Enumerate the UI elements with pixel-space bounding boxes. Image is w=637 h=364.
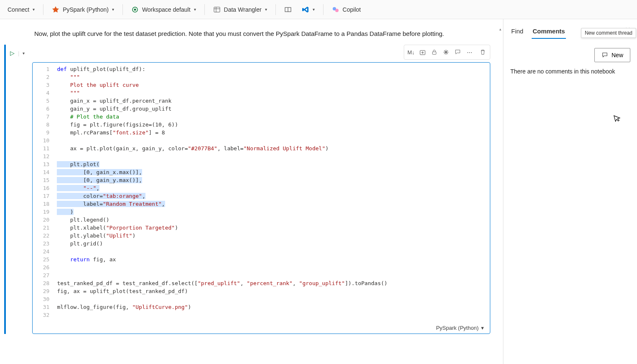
svg-rect-2: [214, 7, 220, 12]
vscode-button[interactable]: ▾: [298, 3, 319, 16]
empty-state: There are no comments in this notebook: [510, 68, 630, 75]
code-line[interactable]: [57, 295, 485, 303]
code-line[interactable]: plt.xlabel("Porportion Targeted"): [57, 224, 485, 232]
code-line[interactable]: return fig, ax: [57, 255, 485, 263]
table-icon: [213, 6, 221, 13]
add-cell-button[interactable]: [417, 47, 428, 58]
code-line[interactable]: plt.ylabel("Uplift"): [57, 232, 485, 240]
code-line[interactable]: gain_x = uplift_df.percent_rank: [57, 97, 485, 105]
code-line[interactable]: plt.grid(): [57, 240, 485, 248]
spark-icon: [52, 6, 59, 13]
code-line[interactable]: def uplift_plot(uplift_df):: [57, 65, 485, 73]
code-line[interactable]: Plot the uplift curve: [57, 81, 485, 89]
code-line[interactable]: [57, 311, 485, 319]
delete-button[interactable]: [477, 47, 488, 58]
code-line[interactable]: label="Random Treatment",: [57, 200, 485, 208]
code-line[interactable]: [0, gain_x.max()],: [57, 168, 485, 176]
language-picker[interactable]: PySpark (Python) ▾: [33, 321, 490, 334]
chevron-down-icon: ▾: [481, 325, 484, 331]
comment-button[interactable]: [452, 47, 463, 58]
separator: [43, 4, 43, 15]
separator: [275, 4, 276, 15]
top-toolbar: Connect ▾ PySpark (Python) ▾ Workspace d…: [0, 0, 637, 19]
copilot-button[interactable]: Copilot: [328, 3, 365, 16]
code-line[interactable]: fig, ax = uplift_plot(test_ranked_pd_df): [57, 287, 485, 295]
more-button[interactable]: ⋯: [464, 47, 475, 58]
layout-icon: [284, 6, 292, 13]
tab-find[interactable]: Find: [510, 26, 524, 39]
cell-menu-button[interactable]: ▾: [23, 51, 25, 56]
svg-point-8: [335, 9, 339, 12]
vscode-icon: [302, 6, 309, 13]
new-comment-button[interactable]: New: [594, 48, 630, 62]
separator: [323, 4, 324, 15]
code-line[interactable]: """: [57, 89, 485, 97]
code-line[interactable]: plt.plot(: [57, 160, 485, 168]
notebook-content: ▲ Now, plot the uplift curve for the tes…: [0, 19, 503, 364]
chevron-down-icon: ▾: [313, 7, 315, 12]
chevron-down-icon: ▾: [112, 7, 114, 12]
code-editor[interactable]: def uplift_plot(uplift_df): """ Plot the…: [55, 63, 490, 321]
convert-markdown-button[interactable]: M↓: [406, 49, 416, 56]
separator: [204, 4, 205, 15]
freeze-button[interactable]: [441, 47, 451, 58]
separator: [122, 4, 123, 15]
data-wrangler-button[interactable]: Data Wrangler ▾: [209, 3, 271, 16]
copilot-label: Copilot: [343, 6, 361, 13]
code-line[interactable]: "--",: [57, 184, 485, 192]
chevron-down-icon: ▾: [33, 7, 35, 12]
connect-button[interactable]: Connect ▾: [3, 4, 39, 15]
svg-rect-12: [433, 52, 436, 54]
comments-panel: ✕ Find Comments New comment thread New T…: [503, 19, 637, 364]
wrangler-label: Data Wrangler: [224, 6, 262, 13]
code-line[interactable]: [0, gain_y.max()],: [57, 176, 485, 184]
language-label: PySpark (Python): [436, 325, 479, 331]
workspace-button[interactable]: Workspace default ▾: [127, 3, 200, 16]
line-gutter: 1234567891011121314151617181920212223242…: [33, 63, 55, 321]
workspace-icon: [131, 6, 139, 13]
code-line[interactable]: mpl.rcParams["font.size"] = 8: [57, 129, 485, 136]
active-cell-indicator: [4, 45, 6, 334]
scroll-up-indicator[interactable]: ▲: [499, 28, 502, 31]
run-cell-button[interactable]: ▷: [10, 50, 15, 56]
code-line[interactable]: test_ranked_pd_df = test_ranked_df.selec…: [57, 279, 485, 287]
code-line[interactable]: [57, 248, 485, 255]
code-line[interactable]: mlflow.log_figure(fig, "UpliftCurve.png"…: [57, 303, 485, 311]
code-cell[interactable]: 1234567891011121314151617181920212223242…: [32, 62, 490, 334]
cell-toolbar: M↓ ⋯: [404, 45, 490, 60]
code-line[interactable]: fig = plt.figure(figsize=(10, 6)): [57, 121, 485, 129]
cursor-icon: [613, 113, 622, 124]
chevron-down-icon: ▾: [265, 7, 267, 12]
workspace-label: Workspace default: [142, 6, 191, 13]
markdown-text: Now, plot the uplift curve for the test …: [4, 27, 490, 45]
code-line[interactable]: color="tab:orange",: [57, 192, 485, 200]
code-line[interactable]: [57, 152, 485, 160]
lock-button[interactable]: [429, 47, 440, 58]
chevron-down-icon: ▾: [194, 7, 196, 12]
kernel-button[interactable]: PySpark (Python) ▾: [48, 3, 118, 16]
code-line[interactable]: ): [57, 208, 485, 216]
tab-comments[interactable]: Comments: [532, 26, 566, 39]
tooltip: New comment thread: [581, 28, 636, 38]
code-line[interactable]: gain_y = uplift_df.group_uplift: [57, 105, 485, 113]
code-line[interactable]: [57, 136, 485, 144]
code-line[interactable]: plt.legend(): [57, 216, 485, 224]
kernel-label: PySpark (Python): [63, 6, 109, 13]
code-line[interactable]: ax = plt.plot(gain_x, gain_y, color="#20…: [57, 144, 485, 152]
comment-icon: [601, 52, 608, 58]
code-line[interactable]: """: [57, 73, 485, 81]
copilot-icon: [332, 6, 339, 13]
code-line[interactable]: [57, 263, 485, 271]
layout-button[interactable]: [280, 3, 296, 16]
code-line[interactable]: [57, 271, 485, 279]
connect-label: Connect: [8, 6, 29, 13]
svg-point-1: [134, 8, 136, 10]
code-line[interactable]: # Plot the data: [57, 113, 485, 121]
new-label: New: [612, 52, 623, 58]
